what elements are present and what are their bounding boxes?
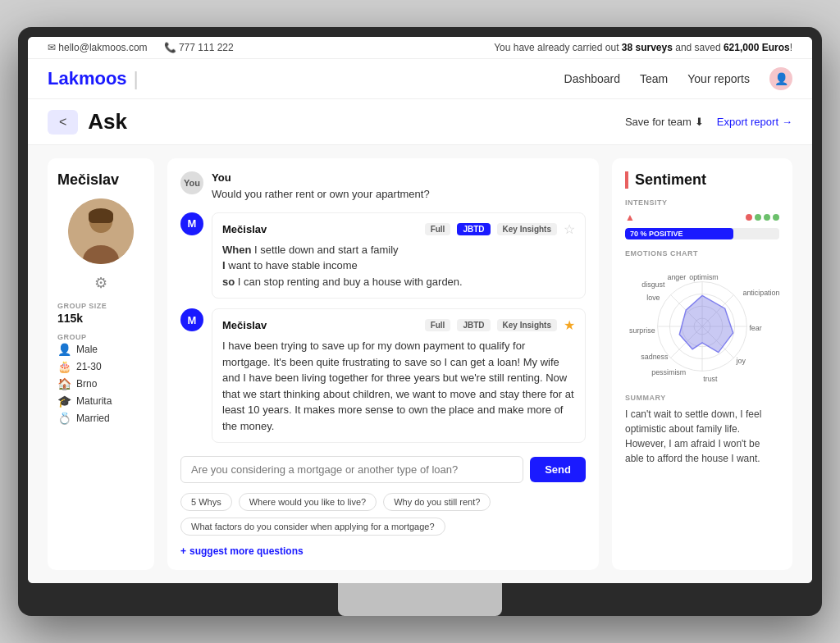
message-1-tags: Mečislav Full JBTD Key Insights ☆	[222, 221, 575, 237]
you-message: You You Would you rather rent or own you…	[180, 171, 586, 203]
svg-text:disgust: disgust	[641, 280, 665, 289]
intensity-arrow-up: ▲	[625, 212, 635, 223]
group-item: 🎓Maturita	[57, 394, 144, 408]
message-2-sender: Mečislav	[222, 319, 418, 331]
group-size-value: 115k	[57, 312, 144, 325]
intensity-dots	[746, 214, 779, 221]
emotions-chart-label: EMOTIONS CHART	[625, 249, 779, 258]
nav-dashboard[interactable]: Dashboard	[564, 72, 621, 85]
tag-jbtd-2[interactable]: JBTD	[457, 319, 490, 331]
group-size-label: GROUP SIZE	[57, 302, 144, 310]
summary-label: SUMMARY	[625, 394, 779, 402]
svg-text:joy: joy	[736, 357, 746, 365]
group-item-icon: 👤	[57, 343, 71, 356]
tag-full-2[interactable]: Full	[425, 319, 451, 331]
svg-text:love: love	[646, 294, 660, 302]
tag-full-1[interactable]: Full	[425, 223, 451, 235]
svg-text:sadness: sadness	[641, 353, 669, 361]
tag-key-insights-2[interactable]: Key Insights	[497, 319, 557, 331]
group-item-label: Male	[76, 344, 98, 355]
send-button[interactable]: Send	[530, 457, 586, 482]
svg-text:optimism: optimism	[689, 273, 719, 281]
dot-4	[773, 214, 779, 221]
nav: Dashboard Team Your reports 👤	[564, 67, 792, 90]
group-item: 💍Married	[57, 412, 144, 425]
suggest-chip-1[interactable]: Where would you like to live?	[239, 493, 377, 511]
star-icon-1[interactable]: ☆	[564, 221, 575, 237]
group-item-icon: 🎂	[57, 360, 71, 373]
avatar[interactable]: 👤	[769, 67, 792, 90]
suggest-more-button[interactable]: + suggest more questions	[180, 545, 586, 557]
email-info: ✉ hello@lakmoos.com	[48, 42, 148, 53]
group-item-label: Married	[76, 413, 110, 424]
star-icon-2[interactable]: ★	[564, 317, 575, 333]
group-item-icon: 🎓	[57, 394, 71, 408]
tag-jbtd-1[interactable]: JBTD	[457, 223, 490, 235]
svg-text:surprise: surprise	[629, 326, 655, 335]
main-content: Mečislav ⚙ GROUP SIZE 115k GRO	[28, 145, 812, 583]
back-button[interactable]: <	[48, 110, 78, 135]
tag-key-insights-1[interactable]: Key Insights	[497, 223, 557, 235]
message-1-content: Mečislav Full JBTD Key Insights ☆ When I…	[212, 212, 586, 299]
svg-text:pessimism: pessimism	[651, 368, 686, 376]
nav-team[interactable]: Team	[640, 72, 668, 85]
message-2: M Mečislav Full JBTD Key Insights ★ I ha…	[180, 308, 586, 443]
nav-your-reports[interactable]: Your reports	[687, 72, 750, 85]
you-message-content: You Would you rather rent or own your ap…	[212, 171, 586, 203]
top-bar: ✉ hello@lakmoos.com 📞 777 111 222 You ha…	[28, 37, 812, 59]
message-1-sender: Mečislav	[222, 223, 418, 235]
message-1-text: When I settle down and start a family I …	[222, 242, 575, 290]
sentiment-title: Sentiment	[625, 171, 779, 189]
message-2-bubble: Mečislav Full JBTD Key Insights ★ I have…	[212, 308, 586, 443]
intensity-label: INTENSITY	[625, 198, 779, 207]
suggest-chip-0[interactable]: 5 Whys	[180, 493, 232, 511]
suggest-chip-3[interactable]: What factors do you consider when applyi…	[180, 518, 445, 536]
page-header: < Ask Save for team ⬇ Export report →	[28, 99, 812, 145]
save-for-team-button[interactable]: Save for team ⬇	[625, 116, 704, 128]
svg-text:anticipation: anticipation	[742, 289, 779, 297]
person-avatar	[68, 198, 134, 264]
phone-info: 📞 777 111 222	[164, 42, 234, 53]
group-items: 👤Male🎂21-30🏠Brno🎓Maturita💍Married	[57, 343, 144, 425]
group-label: GROUP	[57, 333, 144, 341]
group-item-label: 21-30	[76, 361, 102, 372]
logo-divider: |	[134, 67, 139, 90]
sidebar: Mečislav ⚙ GROUP SIZE 115k GRO	[48, 158, 154, 570]
dot-2	[755, 214, 761, 221]
sentiment-panel: Sentiment INTENSITY ▲ 70 % POSITIVE	[612, 158, 792, 570]
progress-bar-bg: 70 % POSITIVE	[625, 228, 779, 239]
svg-rect-4	[89, 212, 113, 223]
page-title: Ask	[88, 109, 127, 135]
suggested-questions: 5 Whys Where would you like to live? Why…	[180, 493, 586, 536]
page-header-left: < Ask	[48, 109, 127, 135]
filter-icon-container[interactable]: ⚙	[57, 274, 144, 292]
group-item: 🎂21-30	[57, 360, 144, 373]
message-2-text: I have been trying to save up for my dow…	[222, 338, 575, 434]
svg-text:anger: anger	[667, 273, 686, 281]
progress-label: 70 % POSITIVE	[630, 230, 683, 238]
group-item: 👤Male	[57, 343, 144, 356]
dot-1	[746, 214, 752, 221]
sidebar-person-name: Mečislav	[57, 171, 144, 189]
filter-icon: ⚙	[94, 274, 107, 292]
plus-icon: +	[180, 545, 186, 557]
message-1-avatar: M	[180, 212, 203, 235]
suggest-chip-2[interactable]: Why do you still rent?	[383, 493, 491, 511]
svg-text:trust: trust	[703, 375, 718, 383]
svg-marker-13	[679, 295, 733, 352]
save-icon: ⬇	[695, 116, 704, 128]
you-message-text: Would you rather rent or own your apartm…	[212, 186, 586, 203]
export-report-button[interactable]: Export report →	[717, 116, 792, 128]
svg-text:fear: fear	[749, 324, 761, 332]
chat-area: You You Would you rather rent or own you…	[167, 158, 599, 570]
message-1: M Mečislav Full JBTD Key Insights ☆	[180, 212, 586, 299]
chat-input[interactable]	[180, 456, 523, 483]
message-2-content: Mečislav Full JBTD Key Insights ★ I have…	[212, 308, 586, 443]
dot-3	[764, 214, 770, 221]
group-item: 🏠Brno	[57, 377, 144, 390]
message-2-avatar: M	[180, 308, 203, 331]
message-2-tags: Mečislav Full JBTD Key Insights ★	[222, 317, 575, 333]
page-header-right: Save for team ⬇ Export report →	[625, 116, 792, 128]
top-bar-left: ✉ hello@lakmoos.com 📞 777 111 222	[48, 42, 234, 53]
export-icon: →	[782, 116, 792, 128]
